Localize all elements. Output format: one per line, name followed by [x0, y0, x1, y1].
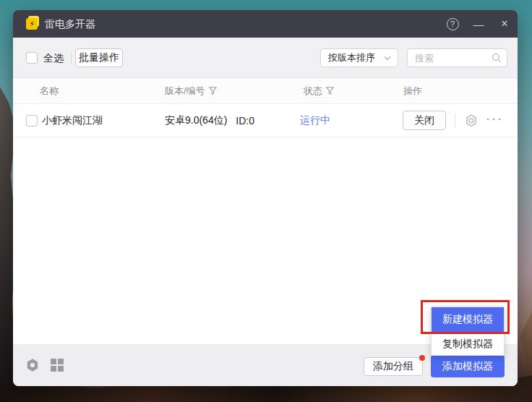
sort-dropdown-value: 按版本排序 — [321, 51, 375, 64]
select-all-checkbox[interactable] — [26, 52, 38, 64]
more-options-icon[interactable]: ··· — [486, 104, 503, 137]
toolbar-divider — [71, 52, 72, 64]
select-all-label: 全选 — [43, 38, 64, 78]
sort-dropdown[interactable]: 按版本排序 — [320, 48, 398, 67]
grid-view-icon[interactable] — [51, 359, 64, 372]
desktop-wallpaper: ⚡ 雷电多开器 ? — × 全选 批量操作 按版本排序 — [0, 0, 532, 402]
red-annotation-rectangle — [421, 300, 510, 334]
settings-nut-icon[interactable] — [25, 358, 40, 372]
close-instance-button[interactable]: 关闭 — [403, 111, 446, 130]
table-header: 名称 版本/编号 状态 操作 — [13, 78, 518, 104]
instance-id: ID:0 — [236, 115, 254, 127]
header-version: 版本/编号 — [165, 78, 217, 103]
help-icon: ? — [447, 18, 459, 30]
header-name: 名称 — [40, 78, 59, 103]
add-emulator-button[interactable]: 添加模拟器 — [431, 355, 505, 377]
instance-settings-icon[interactable] — [464, 114, 479, 128]
batch-operations-button[interactable]: 批量操作 — [75, 48, 123, 67]
header-status: 状态 — [304, 78, 334, 103]
instance-name: 小虾米闯江湖 — [42, 104, 103, 137]
close-button[interactable]: × — [496, 10, 513, 38]
add-group-button[interactable]: 添加分组 — [364, 357, 423, 376]
notification-dot — [419, 355, 425, 361]
close-icon: × — [501, 17, 507, 30]
android-version: 安卓9.0(64位) — [165, 114, 227, 127]
header-action: 操作 — [403, 78, 422, 103]
help-button[interactable]: ? — [444, 10, 461, 38]
search-icon — [492, 53, 502, 63]
minimize-button[interactable]: — — [470, 10, 487, 38]
menu-item-copy-emulator[interactable]: 复制模拟器 — [432, 332, 504, 356]
search-box — [407, 48, 507, 67]
titlebar[interactable]: ⚡ 雷电多开器 ? — × — [13, 10, 518, 38]
status-badge: 运行中 — [300, 104, 330, 137]
instance-version: 安卓9.0(64位) ID:0 — [165, 104, 254, 137]
filter-funnel-icon[interactable] — [209, 87, 217, 95]
table-row: 小虾米闯江湖 安卓9.0(64位) ID:0 运行中 关闭 ··· — [13, 104, 518, 137]
filter-funnel-icon[interactable] — [326, 87, 334, 95]
row-divider — [455, 114, 455, 128]
row-checkbox[interactable] — [26, 115, 38, 127]
window-title: 雷电多开器 — [45, 10, 95, 38]
chevron-down-icon — [384, 56, 391, 61]
toolbar: 全选 批量操作 按版本排序 — [13, 38, 518, 78]
minimize-icon: — — [473, 18, 484, 30]
app-logo-icon: ⚡ — [26, 17, 39, 30]
